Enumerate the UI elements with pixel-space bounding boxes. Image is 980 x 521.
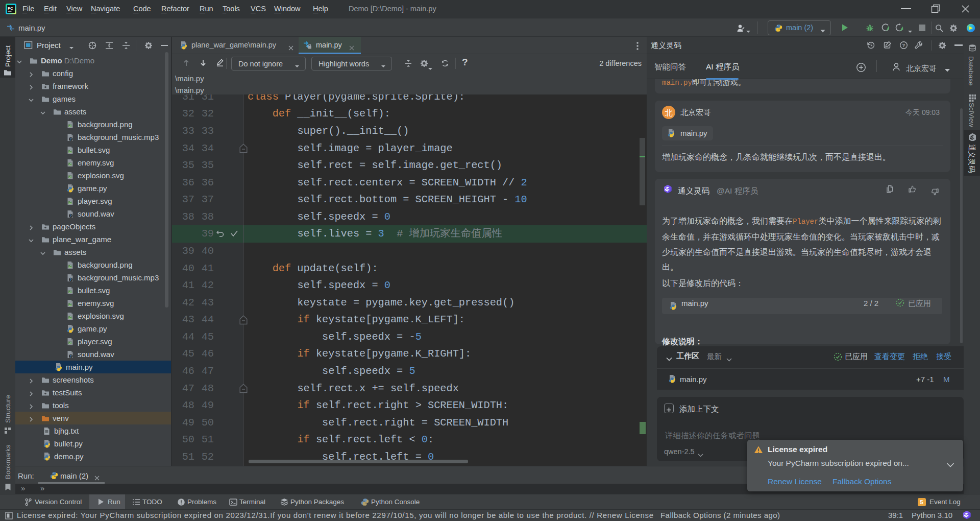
svg-text:?: ? [70, 214, 72, 218]
svg-text:?: ? [70, 354, 72, 358]
svg-text:PC: PC [8, 6, 13, 11]
svg-text:?: ? [902, 42, 905, 48]
svg-text:?: ? [70, 278, 72, 281]
svg-text:?: ? [70, 137, 72, 141]
